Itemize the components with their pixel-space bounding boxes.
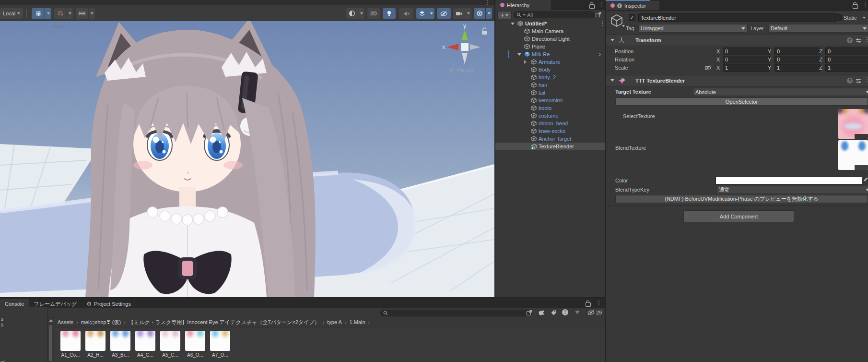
project-file-thumbnail[interactable] xyxy=(160,331,180,351)
open-selector-button[interactable]: OpenSelector xyxy=(615,97,868,106)
scene-camera-button[interactable] xyxy=(453,8,465,19)
overlay-drag-handle[interactable] xyxy=(52,24,64,29)
presets-icon[interactable] xyxy=(856,38,861,43)
scrollbar-up-arrow[interactable] xyxy=(49,319,53,322)
scene-lighting-button[interactable] xyxy=(383,8,396,19)
help-icon[interactable]: ? xyxy=(847,37,853,43)
project-file-name[interactable]: A4_G... xyxy=(133,352,158,358)
broken-link-icon[interactable] xyxy=(704,65,711,71)
open-new-window-icon[interactable] xyxy=(595,12,601,18)
lock-icon[interactable] xyxy=(586,302,591,307)
console-tab-project-settings[interactable]: ⚙Project Settings xyxy=(82,299,136,308)
transform-header[interactable]: Transform ? ⋮ xyxy=(606,35,868,46)
gizmo-z-axis[interactable] xyxy=(470,44,481,50)
hierarchy-item-costume[interactable]: costume xyxy=(495,112,605,120)
active-checkbox[interactable]: ✓ xyxy=(629,14,635,21)
kebab-menu-icon[interactable]: ⋮ xyxy=(596,300,602,306)
project-file-thumbnail[interactable] xyxy=(135,331,155,351)
hierarchy-item-anchor-target[interactable]: Anchor Target xyxy=(495,135,605,143)
lock-icon[interactable] xyxy=(589,4,595,9)
foldout-arrow-icon[interactable] xyxy=(610,79,614,82)
grid-visibility-dropdown[interactable] xyxy=(45,8,51,19)
target-texture-dropdown[interactable]: Absolute xyxy=(693,88,868,96)
hierarchy-item-hair[interactable]: hair xyxy=(495,81,605,89)
ndmf-preview-disable-button[interactable]: (NDMF) BeforeUVModification-Phase のプレビュー… xyxy=(615,195,868,203)
alert-icon[interactable]: ! xyxy=(562,309,568,315)
grid-visibility-button[interactable]: Y xyxy=(32,8,45,19)
eyedropper-icon[interactable] xyxy=(863,177,868,183)
inspector-tab[interactable]: i Inspector xyxy=(606,1,659,10)
gameobject-name-field[interactable]: TextureBlender xyxy=(638,13,836,22)
scene-visibility-button[interactable] xyxy=(437,8,451,19)
scrollbar[interactable] xyxy=(48,317,53,362)
eye-slash-icon[interactable] xyxy=(587,310,595,315)
presets-icon[interactable] xyxy=(856,78,861,84)
rotation-x-field[interactable]: 0 xyxy=(723,56,770,63)
project-file-name[interactable]: A1_Co... xyxy=(58,352,83,358)
scene-canvas[interactable]: y x Persp xyxy=(0,21,494,297)
kebab-menu-icon[interactable]: ⋮ xyxy=(599,2,605,8)
hierarchy-item-textureblender[interactable]: TextureBlender xyxy=(495,143,605,150)
project-file-name[interactable]: A6_O... xyxy=(183,352,208,358)
gizmo-lock-icon[interactable] xyxy=(482,28,487,35)
position-x-field[interactable]: 0 xyxy=(723,48,770,55)
2d-toggle-button[interactable]: 2D xyxy=(367,8,380,19)
help-icon[interactable]: ? xyxy=(847,78,853,84)
effects-button[interactable] xyxy=(416,8,428,19)
prefab-open-chevron-icon[interactable]: › xyxy=(599,51,601,58)
add-component-button[interactable]: Add Component xyxy=(683,210,794,222)
snap-increment-button[interactable] xyxy=(76,8,88,19)
hierarchy-item-body-2[interactable]: body_2 xyxy=(495,73,605,81)
hierarchy-item-untitled[interactable]: Untitled*⋮ xyxy=(495,20,605,27)
hierarchy-tab[interactable]: Hierarchy xyxy=(495,0,551,10)
kebab-menu-icon[interactable]: ⋮ xyxy=(864,36,868,42)
breadcrumb-segment[interactable]: meiのshop❣ (仮) xyxy=(81,319,121,326)
scale-x-field[interactable]: 1 xyxy=(723,64,770,72)
add-gameobject-button[interactable]: + xyxy=(497,11,512,19)
color-swatch[interactable] xyxy=(716,177,862,184)
snap-grid-button[interactable] xyxy=(54,8,66,19)
foldout-open-icon[interactable] xyxy=(517,53,521,56)
blend-type-key-dropdown[interactable]: 通常 xyxy=(716,186,868,194)
rotation-z-field[interactable]: 0 xyxy=(825,56,868,63)
hierarchy-item-main-camera[interactable]: Main Camera xyxy=(495,27,605,35)
breadcrumb-segment[interactable]: 1.Main xyxy=(350,319,365,325)
hierarchy-item-plane[interactable]: Plane xyxy=(495,43,605,50)
shading-mode-dropdown[interactable] xyxy=(358,8,364,19)
hierarchy-item-milk-re[interactable]: Milk-Re› xyxy=(495,50,605,58)
gizmo-center-cube[interactable] xyxy=(461,43,469,51)
hierarchy-item-boots[interactable]: boots xyxy=(495,104,605,112)
project-file-name[interactable]: A3_Br... xyxy=(108,352,133,358)
gizmo-toggle-dropdown[interactable] xyxy=(486,8,492,19)
blend-texture-thumbnail[interactable] xyxy=(838,140,868,170)
scrollbar-thumb[interactable] xyxy=(49,325,52,361)
hierarchy-item-tail[interactable]: tail xyxy=(495,89,605,97)
effects-dropdown[interactable] xyxy=(428,8,434,19)
breadcrumb-segment[interactable]: 【ミルク・ラスク専用】Innocent Eye アイテクスチャ（全7パターン×2… xyxy=(129,319,320,326)
project-search-input[interactable] xyxy=(380,310,532,316)
scene-overlay-menu-icon[interactable]: ⋮ xyxy=(484,0,490,5)
scale-y-field[interactable]: 1 xyxy=(774,64,821,72)
gizmo-toggle-button[interactable] xyxy=(474,8,485,19)
kebab-menu-icon[interactable]: ⋮ xyxy=(864,77,868,83)
foldout-open-icon[interactable] xyxy=(511,23,515,25)
layer-dropdown[interactable]: Default xyxy=(768,24,868,33)
project-folder-tree[interactable]: ssgie xyxy=(0,307,48,362)
project-file-thumbnail[interactable] xyxy=(185,331,205,351)
scene-audio-button[interactable] xyxy=(399,8,413,19)
scene-orientation-gizmo[interactable]: y x Persp xyxy=(432,22,494,77)
folder-tree-item-label[interactable]: s xyxy=(1,322,3,327)
static-checkbox[interactable] xyxy=(835,14,842,21)
project-file-thumbnail[interactable] xyxy=(210,331,230,351)
star-icon[interactable]: ★ xyxy=(575,308,580,315)
hierarchy-search-input[interactable]: All xyxy=(514,12,595,18)
project-file-name[interactable]: A7_O... xyxy=(208,352,233,358)
breadcrumb-segment[interactable]: type A xyxy=(327,319,342,325)
snap-grid-dropdown[interactable] xyxy=(67,8,73,19)
tag-dropdown[interactable]: Untagged xyxy=(638,24,748,33)
gizmo-x-axis[interactable] xyxy=(447,44,458,50)
snap-increment-dropdown[interactable] xyxy=(89,8,95,19)
lock-icon[interactable] xyxy=(853,4,858,9)
gizmo-down-axis[interactable] xyxy=(462,53,468,64)
hierarchy-item-ribbon-head[interactable]: ribbon_head xyxy=(495,120,605,127)
